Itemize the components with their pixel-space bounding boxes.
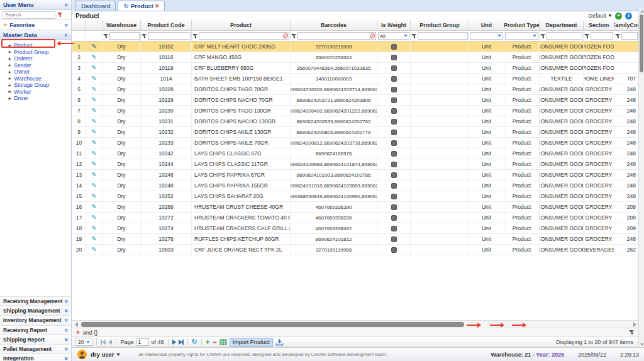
chevron-down-icon[interactable]: » <box>63 347 69 351</box>
table-row[interactable]: 5 ✎ Dry 10228 DORITOS CHIPS TAGO 70GR 86… <box>72 84 639 95</box>
page-number-input[interactable] <box>136 338 149 346</box>
last-page-button[interactable] <box>179 340 184 345</box>
table-row[interactable]: 20 ✎ Dry 10503 CRF JUICE ORANGE NECT TPK… <box>72 245 639 255</box>
is-weight-checkbox[interactable] <box>391 44 397 50</box>
is-weight-checkbox[interactable] <box>391 140 397 146</box>
accordion-header[interactable]: Pallet Management » <box>0 344 71 353</box>
edit-row-icon[interactable]: ✎ <box>91 225 96 231</box>
warehouse-filter-input[interactable] <box>109 32 140 40</box>
edit-row-icon[interactable]: ✎ <box>91 140 96 146</box>
edit-row-icon[interactable]: ✎ <box>91 129 96 135</box>
sidebar-item[interactable]: ★ Driver <box>0 95 71 102</box>
filter-funnel-icon[interactable] <box>103 33 109 39</box>
is-weight-checkbox[interactable] <box>391 183 397 189</box>
remove-row-icon[interactable]: − <box>213 338 217 347</box>
filter-funnel-icon[interactable] <box>540 33 546 39</box>
edit-row-icon[interactable]: ✎ <box>91 43 96 50</box>
accordion-header[interactable]: Receiving Report » <box>0 325 71 335</box>
scroll-left-icon[interactable] <box>75 322 78 327</box>
scrollbar-thumb[interactable] <box>81 322 464 327</box>
layout-selector[interactable]: Default <box>588 13 612 19</box>
tab-dashboard[interactable]: Dashboard <box>75 1 116 11</box>
chevron-down-icon[interactable]: » <box>63 309 69 313</box>
department-filter-input[interactable] <box>547 32 582 40</box>
edit-row-icon[interactable]: ✎ <box>91 214 96 221</box>
product-filter-input[interactable] <box>199 32 289 40</box>
user-avatar[interactable] <box>77 350 87 359</box>
sidebar-item[interactable]: ★ Product Group <box>0 49 71 56</box>
is-weight-checkbox[interactable] <box>391 247 397 253</box>
scroll-down-icon[interactable] <box>640 343 644 346</box>
col-header-barcodes[interactable]: Barcodes <box>291 20 377 30</box>
is-weight-checkbox[interactable] <box>391 215 397 221</box>
is-weight-checkbox[interactable] <box>391 130 397 135</box>
chevron-down-icon[interactable]: » <box>63 328 69 332</box>
edit-row-icon[interactable]: ✎ <box>91 97 96 103</box>
edit-row-icon[interactable]: ✎ <box>91 118 96 125</box>
chevron-up-icon[interactable]: » <box>63 33 69 37</box>
is-weight-checkbox[interactable] <box>391 204 397 210</box>
edit-row-icon[interactable]: ✎ <box>91 161 96 167</box>
edit-row-icon[interactable]: ✎ <box>91 150 96 157</box>
col-header-family-code[interactable]: FamilyCod <box>614 20 639 30</box>
sidebar-item[interactable]: ★ Orderer <box>0 55 71 62</box>
clear-filters-icon[interactable]: × <box>76 329 80 336</box>
is-weight-checkbox[interactable] <box>391 226 397 231</box>
collapse-sidebar-icon[interactable]: « <box>64 2 68 8</box>
accordion-header[interactable]: Shipping Management » <box>0 306 71 315</box>
previous-page-button[interactable] <box>108 340 112 345</box>
scroll-right-icon[interactable] <box>633 322 636 327</box>
close-tab-icon[interactable]: × <box>155 3 159 9</box>
filter-funnel-icon[interactable] <box>615 33 621 39</box>
col-header-section[interactable]: Section <box>584 20 614 30</box>
table-row[interactable]: 19 ✎ Dry 10278 RUFFLES CHIPS KETCHUP 80G… <box>72 234 639 245</box>
is-weight-checkbox[interactable] <box>391 65 397 71</box>
add-row-icon[interactable]: + <box>206 338 210 347</box>
is-weight-checkbox[interactable] <box>391 55 397 60</box>
edit-row-icon[interactable]: ✎ <box>91 193 96 199</box>
col-header-department[interactable]: Department <box>540 20 584 30</box>
table-row[interactable]: 2 ✎ Dry 10116 CRF MANGO 450G 35600702595… <box>72 52 639 63</box>
import-product-button[interactable]: Import Product <box>230 338 273 347</box>
sidebar-item[interactable]: ★ Storage Group <box>0 82 71 89</box>
table-row[interactable]: 11 ✎ Dry 10242 LAYS CHIPS CLASSIC 67G 86… <box>72 148 639 159</box>
edit-row-icon[interactable]: ✎ <box>91 54 96 60</box>
chevron-down-icon[interactable]: » <box>63 319 69 323</box>
is-weight-checkbox[interactable] <box>391 97 397 103</box>
col-header-product-group[interactable]: Product Group <box>411 20 469 30</box>
first-page-button[interactable] <box>101 340 106 345</box>
sidebar-item[interactable]: ★ Product <box>0 42 71 49</box>
filter-funnel-icon[interactable] <box>411 33 417 39</box>
is-weight-checkbox[interactable] <box>391 151 397 157</box>
scroll-up-icon[interactable] <box>640 10 644 13</box>
table-row[interactable]: 6 ✎ Dry 10229 DORITOS CHIPS NACHO 70GR 8… <box>72 95 639 106</box>
sidebar-item[interactable]: ★ Worker <box>0 89 71 96</box>
user-menu-button[interactable]: dry user <box>91 351 120 358</box>
is-weight-filter-select[interactable]: All <box>378 32 409 40</box>
edit-row-icon[interactable]: ✎ <box>91 108 96 114</box>
accordion-header[interactable]: Integeration » <box>0 353 71 361</box>
page-size-select[interactable]: 20 <box>75 338 92 346</box>
filter-funnel-icon[interactable] <box>291 33 297 39</box>
is-weight-checkbox[interactable] <box>391 172 397 178</box>
unit-filter-select[interactable] <box>470 32 503 40</box>
chevron-down-icon[interactable]: » <box>63 299 69 303</box>
chevron-down-icon[interactable]: » <box>63 357 69 360</box>
refresh-tab-icon[interactable]: ↻ <box>123 3 128 9</box>
clear-filter-icon[interactable] <box>283 33 288 38</box>
sidebar-item[interactable]: ★ Sender <box>0 62 71 69</box>
chevron-down-icon[interactable]: » <box>63 23 69 27</box>
table-row[interactable]: 7 ✎ Dry 10230 DORITOS CHIPS TAGO 130GR 8… <box>72 106 639 116</box>
table-row[interactable]: 14 ✎ Dry 10248 LAYS CHIPS PAPRIKA 155GR … <box>72 181 639 191</box>
accordion-header[interactable]: Receiving Management » <box>0 296 71 306</box>
chevron-down-icon[interactable]: » <box>63 338 69 342</box>
section-filter-input[interactable] <box>591 32 613 40</box>
info-button[interactable]: i <box>625 13 632 19</box>
table-row[interactable]: 17 ✎ Dry 10272 HRUSTEAM CRACKERS TOMATO … <box>72 213 639 223</box>
clear-filter-icon[interactable] <box>370 33 375 38</box>
col-header-is-weight[interactable]: Is Weight <box>377 20 411 30</box>
edit-row-icon[interactable]: ✎ <box>91 247 96 253</box>
search-input[interactable] <box>3 11 55 19</box>
family-code-filter-input[interactable] <box>621 32 638 40</box>
is-weight-checkbox[interactable] <box>391 194 397 199</box>
